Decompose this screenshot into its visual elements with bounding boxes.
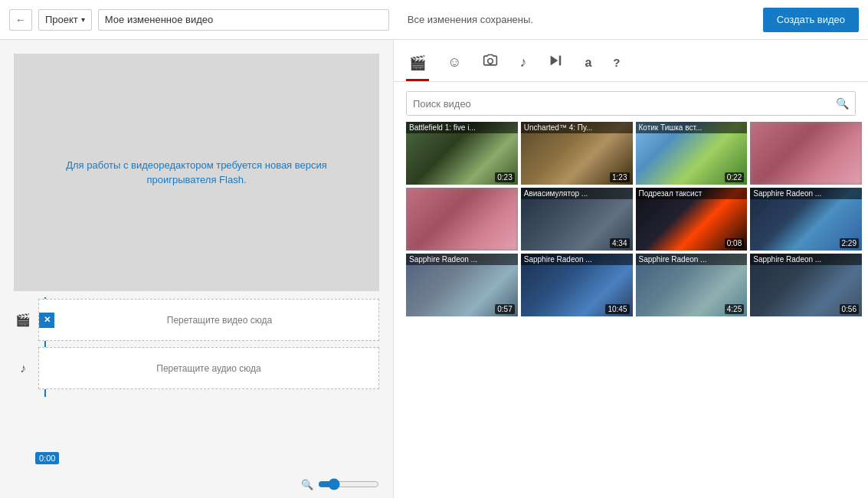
back-button[interactable]: ← — [9, 9, 32, 31]
zoom-slider[interactable] — [318, 478, 379, 490]
video-duration: 0:23 — [495, 172, 514, 182]
timeline-area: 🎬 ✕ Перетащите видео сюда ♪ Перетащите а… — [0, 291, 393, 478]
search-input[interactable] — [413, 98, 836, 110]
video-thumb-item[interactable]: Uncharted™ 4: Пу...1:23 — [521, 122, 633, 185]
video-duration: 0:56 — [840, 304, 859, 314]
svg-rect-2 — [559, 56, 561, 66]
tab-emoji[interactable]: ☺ — [444, 50, 464, 80]
video-thumb-item[interactable]: Sapphire Radeon ...0:57 — [406, 254, 518, 316]
video-thumb-item[interactable] — [406, 188, 518, 251]
video-thumb-item[interactable]: Sapphire Radeon ...4:25 — [636, 254, 748, 316]
tab-help[interactable]: ? — [610, 51, 623, 79]
tab-camera[interactable] — [480, 48, 501, 82]
video-thumb-item[interactable] — [750, 122, 862, 185]
video-duration: 0:57 — [495, 304, 514, 314]
tab-music[interactable]: ♪ — [516, 50, 529, 80]
audio-track-icon: ♪ — [14, 362, 32, 375]
svg-point-0 — [488, 59, 493, 64]
video-duration: 4:25 — [725, 304, 744, 314]
video-grid-inner: Battlefield 1: five i...0:23Uncharted™ 4… — [406, 122, 862, 316]
video-track: 🎬 ✕ Перетащите видео сюда — [14, 299, 379, 341]
zoom-search-icon: 🔍 — [301, 479, 313, 490]
video-duration: 0:22 — [725, 172, 744, 182]
video-title: Авиасимулятор ... — [521, 188, 633, 199]
video-title: Sapphire Radeon ... — [406, 254, 518, 265]
save-status: Все изменения сохранены. — [395, 14, 757, 25]
search-icon: 🔍 — [836, 97, 849, 110]
video-thumb-item[interactable]: Sapphire Radeon ...0:56 — [750, 254, 862, 316]
flash-warning: Для работы с видеоредактором требуется н… — [59, 158, 335, 188]
tab-text[interactable]: a — [581, 51, 594, 80]
video-title: Подрезал таксист — [636, 188, 748, 199]
project-dropdown-icon: ▾ — [81, 15, 85, 24]
title-input[interactable] — [98, 9, 389, 31]
svg-marker-1 — [551, 56, 558, 66]
video-grid: Battlefield 1: five i...0:23Uncharted™ 4… — [394, 122, 868, 498]
video-title: Sapphire Radeon ... — [636, 254, 748, 265]
video-duration: 1:23 — [610, 172, 629, 182]
video-title: Battlefield 1: five i... — [406, 122, 518, 133]
preview-area: Для работы с видеоредактором требуется н… — [14, 54, 379, 291]
audio-drop-zone[interactable]: Перетащите аудио сюда — [38, 347, 379, 389]
video-title: Котик Тишка вст... — [636, 122, 748, 133]
video-drop-zone[interactable]: ✕ Перетащите видео сюда — [38, 299, 379, 341]
video-thumb-bg — [750, 122, 862, 185]
video-title: Sapphire Radeon ... — [750, 254, 862, 265]
audio-drop-label: Перетащите аудио сюда — [156, 363, 261, 374]
video-thumb-item[interactable]: Battlefield 1: five i...0:23 — [406, 122, 518, 185]
video-track-icon: 🎬 — [14, 313, 32, 327]
video-drop-label: Перетащите видео сюда — [167, 315, 272, 326]
video-thumb-bg — [406, 188, 518, 251]
video-duration: 4:34 — [610, 238, 629, 248]
video-thumb-item[interactable]: Котик Тишка вст...0:22 — [636, 122, 748, 185]
video-title: Sapphire Radeon ... — [750, 188, 862, 199]
project-button[interactable]: Проект ▾ — [38, 9, 92, 31]
video-thumb-item[interactable]: Авиасимулятор ...4:34 — [521, 188, 633, 251]
project-label: Проект — [45, 14, 78, 25]
time-label: 0:00 — [35, 452, 59, 464]
video-thumb-item[interactable]: Sapphire Radeon ...2:29 — [750, 188, 862, 251]
video-duration: 10:45 — [605, 304, 629, 314]
video-duration: 2:29 — [840, 238, 859, 248]
video-duration: 0:08 — [725, 238, 744, 248]
video-title: Uncharted™ 4: Пу... — [521, 122, 633, 133]
audio-track: ♪ Перетащите аудио сюда — [14, 347, 379, 389]
left-panel: Для работы с видеоредактором требуется н… — [0, 40, 393, 498]
create-video-button[interactable]: Создать видео — [763, 8, 859, 32]
video-thumb-item[interactable]: Sapphire Radeon ...10:45 — [521, 254, 633, 316]
tab-video[interactable]: 🎬 — [406, 50, 429, 81]
video-thumb-item[interactable]: Подрезал таксист0:08 — [636, 188, 748, 251]
search-bar: 🔍 — [406, 91, 856, 116]
main-area: Для работы с видеоредактором требуется н… — [0, 40, 868, 498]
header: ← Проект ▾ Все изменения сохранены. Созд… — [0, 0, 868, 40]
tabs-row: 🎬 ☺ ♪ a ? — [394, 40, 868, 82]
track-x-marker: ✕ — [39, 313, 54, 328]
zoom-bar: 🔍 — [0, 478, 393, 498]
video-title: Sapphire Radeon ... — [521, 254, 633, 265]
tab-skip[interactable] — [545, 50, 566, 80]
right-panel: 🎬 ☺ ♪ a ? 🔍 Battlefield 1: fiv — [393, 40, 868, 498]
